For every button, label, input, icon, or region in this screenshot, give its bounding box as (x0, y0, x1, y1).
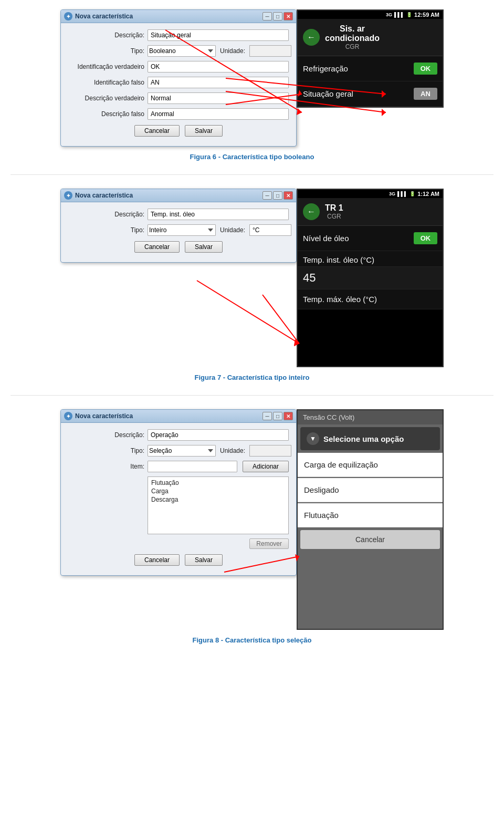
row3-label7: Temp. máx. óleo (°C) (303, 295, 377, 304)
android8-top-label: Tensão CC (Volt) (298, 410, 443, 424)
descricao-input[interactable] (148, 29, 289, 41)
salvar6-button[interactable]: Salvar (185, 125, 223, 137)
battery-icon: 🔋 (406, 12, 412, 17)
minimize7-button[interactable]: ─ (262, 191, 272, 200)
android6-row1: Refrigeração OK (298, 56, 443, 81)
figure7-row: ✦ Nova característica ─ □ ✕ Descrição: T… (5, 189, 499, 367)
android6-header: ← Sis. arcondicionado CGR (298, 19, 443, 56)
desc-verdadeiro-row: Descrição verdadeiro (68, 92, 289, 104)
tipo-select[interactable]: Booleano (148, 45, 216, 57)
app7-title: TR 1 (325, 203, 343, 213)
close8-button[interactable]: ✕ (284, 412, 293, 420)
id-verdadeiro-input[interactable] (148, 61, 289, 72)
minimize8-button[interactable]: ─ (262, 412, 272, 420)
cancelar8-button[interactable]: Cancelar (134, 554, 180, 566)
tipo8-label: Tipo: (68, 447, 144, 454)
dialog8-titlebar: ✦ Nova característica ─ □ ✕ (61, 410, 296, 423)
id-verdadeiro-row: Identificação verdadeiro (68, 61, 289, 72)
descricao7-row: Descrição: (68, 209, 289, 220)
row1-label6: Refrigeração (303, 64, 348, 73)
descricao7-label: Descrição: (68, 211, 144, 218)
id-falso-input[interactable] (148, 77, 289, 88)
figure7-caption: Figura 7 - Característica tipo inteiro (195, 374, 310, 381)
figure8-android: Tensão CC (Volt) ▼ Selecione uma opção C… (297, 409, 444, 630)
cancelar7-button[interactable]: Cancelar (134, 241, 180, 253)
id-falso-label: Identificação falso (68, 79, 144, 86)
unidade7-input[interactable] (249, 224, 291, 236)
dialog7-icon: ✦ (64, 191, 72, 200)
wifi7-icon: ▌▌▌ (397, 191, 407, 196)
tipo7-select[interactable]: Inteiro (148, 224, 216, 236)
time7-display: 1:12 AM (417, 191, 439, 197)
adicionar8-button[interactable]: Adicionar (243, 461, 289, 472)
unidade-input[interactable] (249, 45, 291, 57)
tipo8-row: Tipo: Seleção Unidade: (68, 445, 289, 457)
android8-option2[interactable]: Flutuação (298, 503, 443, 527)
signal-icon: 3G (386, 12, 392, 17)
battery7-icon: 🔋 (410, 191, 415, 196)
android8-cancel[interactable]: Cancelar (300, 530, 440, 549)
item8-row: Item: Adicionar (68, 461, 289, 472)
dialog6-win-btns: ─ □ ✕ (262, 12, 293, 20)
unidade7-label: Unidade: (220, 226, 245, 234)
unidade8-label: Unidade: (220, 447, 245, 454)
figure7-dialog: ✦ Nova característica ─ □ ✕ Descrição: T… (60, 189, 297, 263)
close7-button[interactable]: ✕ (284, 191, 293, 200)
android8-option1[interactable]: Desligado (298, 478, 443, 502)
dialog7-buttons: Cancelar Salvar (68, 241, 289, 257)
row1-badge7: OK (414, 232, 437, 244)
maximize7-button[interactable]: □ (273, 191, 282, 200)
minimize-button[interactable]: ─ (262, 12, 272, 20)
id-falso-row: Identificação falso (68, 77, 289, 88)
descricao8-label: Descrição: (68, 431, 144, 439)
salvar8-button[interactable]: Salvar (185, 554, 223, 566)
list8-box[interactable]: Flutuação Carga Descarga (148, 476, 289, 534)
figure6-caption: Figura 6 - Característica tipo booleano (190, 153, 314, 161)
tipo8-select[interactable]: Seleção (148, 445, 216, 457)
tipo-row: Tipo: Booleano Unidade: (68, 45, 289, 57)
figure6-dialog: ✦ Nova característica ─ □ ✕ Descrição: T… (60, 9, 297, 147)
remover8-button[interactable]: Remover (249, 538, 289, 549)
desc-verdadeiro-label: Descrição verdadeiro (68, 95, 144, 102)
back-button6[interactable]: ← (303, 29, 320, 46)
descricao8-input[interactable] (148, 429, 289, 441)
item8-input[interactable] (148, 461, 237, 472)
wifi-icon: ▌▌▌ (394, 12, 404, 17)
maximize8-button[interactable]: □ (273, 412, 282, 420)
figure7-android: 3G ▌▌▌ 🔋 1:12 AM ← TR 1 CGR Nível de óle… (297, 189, 444, 367)
row2-badge6: AN (414, 88, 437, 100)
android6-row2: Situação geral AN (298, 81, 443, 107)
tipo7-label: Tipo: (68, 226, 144, 234)
figure8-section: ✦ Nova característica ─ □ ✕ Descrição: T… (0, 400, 504, 654)
status-bar6: 3G ▌▌▌ 🔋 12:59 AM (298, 11, 443, 19)
figure8-caption: Figura 8 - Característica tipo seleção (193, 636, 312, 644)
desc-verdadeiro-input[interactable] (148, 92, 289, 104)
list8-row: Flutuação Carga Descarga (68, 476, 289, 534)
android8-option0[interactable]: Carga de equilização (298, 453, 443, 477)
descricao-row: Descrição: (68, 29, 289, 41)
android7-row3: Temp. máx. óleo (°C) (298, 289, 443, 309)
cancelar6-button[interactable]: Cancelar (134, 125, 180, 137)
close-button[interactable]: ✕ (284, 12, 293, 20)
desc-falso-input[interactable] (148, 108, 289, 120)
row1-label7: Nível de óleo (303, 234, 349, 243)
row2-value7: 45 (303, 271, 316, 284)
list-item8-2: Descarga (150, 495, 287, 504)
back7-button[interactable]: ← (303, 203, 320, 220)
dialog6-titlebar: ✦ Nova característica ─ □ ✕ (61, 10, 296, 23)
divider2 (10, 395, 494, 396)
dialog7-title: Nova característica (75, 192, 133, 199)
unidade8-input[interactable] (249, 445, 291, 457)
descricao7-input[interactable] (148, 209, 289, 220)
salvar7-button[interactable]: Salvar (185, 241, 223, 253)
maximize-button[interactable]: □ (273, 12, 282, 20)
time-display: 12:59 AM (414, 12, 439, 18)
row2-label6: Situação geral (303, 89, 353, 98)
app7-subtitle: CGR (325, 213, 343, 220)
dialog8-icon: ✦ (64, 412, 72, 420)
row1-badge6: OK (414, 63, 437, 75)
figure6-section: ✦ Nova característica ─ □ ✕ Descrição: T… (0, 0, 504, 170)
select-arrow-icon: ▼ (307, 432, 319, 445)
dialog6-title: Nova característica (75, 13, 133, 20)
descricao-label: Descrição: (68, 32, 144, 39)
